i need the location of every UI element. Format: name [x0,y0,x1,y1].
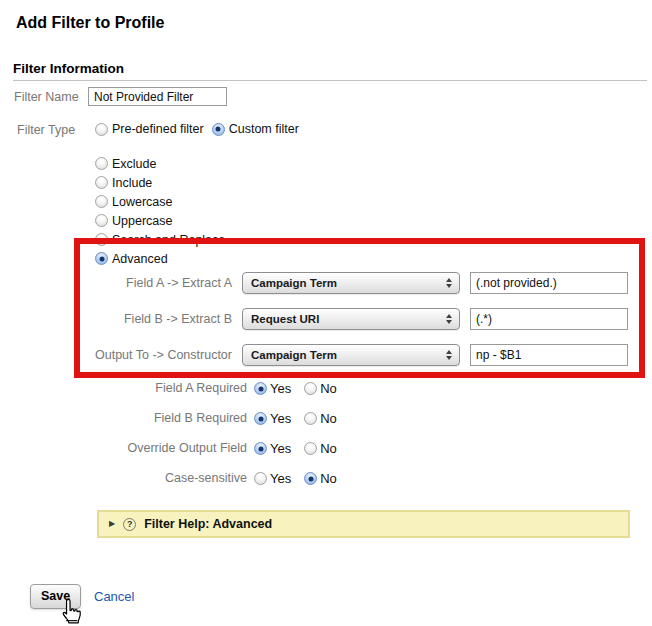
radio-field-b-required-no[interactable] [304,412,317,425]
radio-case-sensitive-no[interactable] [304,472,317,485]
help-question-icon: ? [123,518,136,531]
cancel-link[interactable]: Cancel [94,589,134,604]
radio-lowercase[interactable] [95,195,108,208]
field-b-label: Field B -> Extract B [0,308,232,330]
selected-value: Campaign Term [251,349,337,361]
filter-type-options: Pre-defined filter Custom filter [95,122,299,136]
select-arrows-icon [446,314,452,324]
override-output-label: Override Output Field [0,440,247,457]
field-a-select[interactable]: Campaign Term [242,272,460,294]
option-label: Advanced [112,252,168,266]
filter-help-bar[interactable]: ▶ ? Filter Help: Advanced [97,510,630,538]
option-label: Pre-defined filter [112,122,204,136]
override-output-row: Override Output Field Yes No [0,440,652,457]
option-lowercase[interactable]: Lowercase [95,192,225,211]
select-arrows-icon [446,278,452,288]
constructor-input[interactable] [470,344,628,366]
radio-search-and-replace[interactable] [95,233,108,246]
case-sensitive-row: Case-sensitive Yes No [0,470,652,487]
page-title: Add Filter to Profile [16,14,164,32]
radio-field-a-required-no[interactable] [304,382,317,395]
extract-b-input[interactable] [470,308,628,330]
option-include[interactable]: Include [95,173,225,192]
case-sensitive-label: Case-sensitive [0,470,247,487]
option-uppercase[interactable]: Uppercase [95,211,225,230]
no-label: No [320,441,337,456]
disclosure-triangle-icon[interactable]: ▶ [109,520,115,528]
radio-advanced[interactable] [95,252,108,265]
option-label: Custom filter [229,122,299,136]
filter-name-label: Filter Name [14,90,79,104]
option-label: Lowercase [112,195,172,209]
radio-exclude[interactable] [95,157,108,170]
yes-label: Yes [270,411,291,426]
custom-filter-type-list: Exclude Include Lowercase Uppercase Sear… [95,154,225,268]
output-to-label: Output To -> Constructor [0,344,232,366]
field-a-row: Field A -> Extract A Campaign Term [0,272,652,294]
save-button[interactable]: Save [30,584,81,609]
filter-name-input[interactable] [88,87,227,106]
radio-override-output-yes[interactable] [254,442,267,455]
option-label: Search and Replace [112,233,225,247]
field-b-required-label: Field B Required [0,410,247,427]
no-label: No [320,411,337,426]
option-label: Uppercase [112,214,172,228]
field-b-select[interactable]: Request URI [242,308,460,330]
yes-label: Yes [270,381,291,396]
radio-predefined-filter[interactable] [95,123,108,136]
option-label: Exclude [112,157,156,171]
radio-custom-filter[interactable] [212,123,225,136]
selected-value: Request URI [251,313,319,325]
no-label: No [320,381,337,396]
radio-case-sensitive-yes[interactable] [254,472,267,485]
yes-label: Yes [270,471,291,486]
option-exclude[interactable]: Exclude [95,154,225,173]
field-a-required-row: Field A Required Yes No [0,380,652,397]
section-heading: Filter Information [13,61,124,76]
option-custom-filter[interactable]: Custom filter [212,122,299,136]
field-a-label: Field A -> Extract A [0,272,232,294]
field-b-required-row: Field B Required Yes No [0,410,652,427]
option-advanced[interactable]: Advanced [95,249,225,268]
radio-field-b-required-yes[interactable] [254,412,267,425]
option-predefined-filter[interactable]: Pre-defined filter [95,122,204,136]
extract-a-input[interactable] [470,272,628,294]
add-filter-page: Add Filter to Profile Filter Information… [0,0,652,626]
radio-field-a-required-yes[interactable] [254,382,267,395]
radio-uppercase[interactable] [95,214,108,227]
no-label: No [320,471,337,486]
field-a-required-options: Yes No [254,380,337,397]
field-b-required-options: Yes No [254,410,337,427]
radio-include[interactable] [95,176,108,189]
option-label: Include [112,176,152,190]
selected-value: Campaign Term [251,277,337,289]
radio-override-output-no[interactable] [304,442,317,455]
output-to-row: Output To -> Constructor Campaign Term [0,344,652,366]
field-b-row: Field B -> Extract B Request URI [0,308,652,330]
option-search-and-replace[interactable]: Search and Replace [95,230,225,249]
field-a-required-label: Field A Required [0,380,247,397]
output-to-select[interactable]: Campaign Term [242,344,460,366]
help-bar-title: Filter Help: Advanced [144,517,272,531]
case-sensitive-options: Yes No [254,470,337,487]
filter-type-label: Filter Type [17,123,75,137]
override-output-options: Yes No [254,440,337,457]
yes-label: Yes [270,441,291,456]
section-divider [13,80,647,81]
select-arrows-icon [446,350,452,360]
